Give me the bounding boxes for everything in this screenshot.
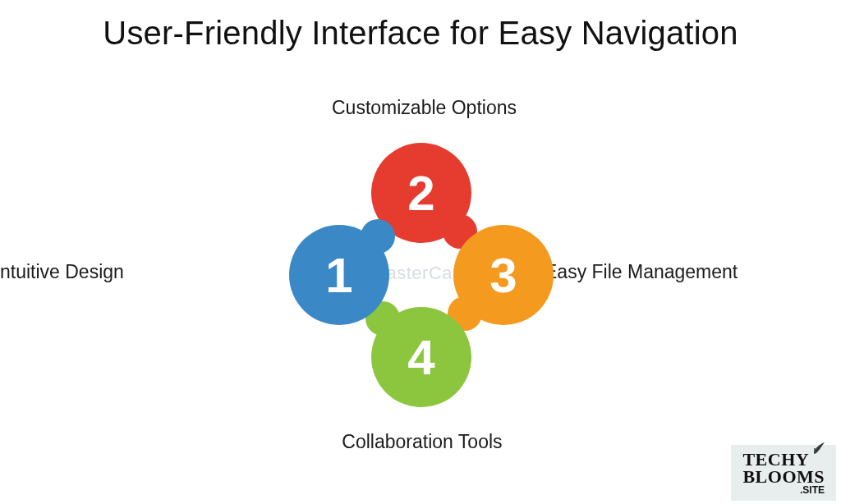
label-bottom: Collaboration Tools <box>342 431 502 453</box>
slide: User-Friendly Interface for Easy Navigat… <box>0 0 841 504</box>
label-right: Easy File Management <box>545 261 738 283</box>
four-node-diagram: 2 3 4 1 <box>301 154 542 396</box>
label-top: Customizable Options <box>332 97 517 119</box>
svg-point-7 <box>361 219 395 254</box>
site-badge-line2: BLOOMS <box>742 469 825 486</box>
slide-title: User-Friendly Interface for Easy Navigat… <box>0 15 841 52</box>
site-badge: TECHY BLOOMS .SITE <box>731 445 836 501</box>
diagram-shapes <box>301 154 542 396</box>
label-left: ntuitive Design <box>0 261 124 283</box>
site-badge-text1: TECHY <box>742 449 809 470</box>
leaf-icon <box>811 440 826 456</box>
site-badge-line1: TECHY <box>742 451 825 469</box>
